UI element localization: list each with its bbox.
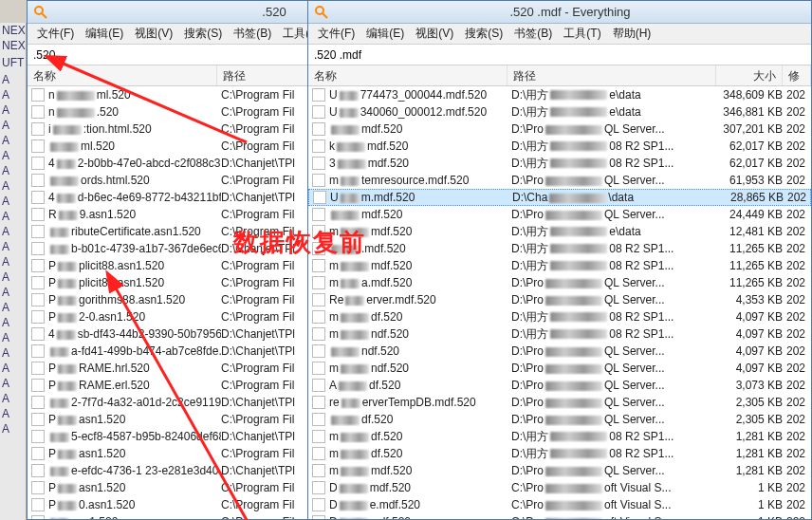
file-row[interactable]: mmdf.520 D:\用方08 R2 SP1... 11,265 KB 202 [308, 257, 811, 274]
file-name: 5-ecf8-4587-b95b-82406def68... [48, 430, 221, 443]
menu-item[interactable]: 视图(V) [129, 24, 178, 44]
search-icon [314, 5, 329, 20]
file-row[interactable]: ndf.520 D:\ProQL Server... 4,097 KB 202 [308, 343, 811, 360]
file-path: D:\用方e\data [511, 224, 720, 240]
file-path: D:\ProQL Server... [511, 276, 720, 289]
file-icon [312, 481, 325, 494]
file-name: P2-0.asn1.520 [48, 310, 221, 324]
file-name: mdf.520 [329, 430, 511, 443]
file-list-right[interactable]: U774473_000044.mdf.520 D:\用方e\data 348,6… [308, 86, 811, 519]
svg-point-0 [35, 7, 43, 14]
file-icon [31, 208, 45, 221]
menu-item[interactable]: 工具(T) [558, 24, 606, 44]
file-row[interactable]: Dmdf.520 C:\Prooft Visual S... 1 KB 202 [308, 479, 811, 496]
file-icon [312, 413, 325, 426]
file-row[interactable]: U340060_000012.mdf.520 D:\用方e\data 346,8… [308, 103, 811, 121]
file-name: kmdf.520 [329, 139, 511, 153]
menu-item[interactable]: 搜索(S) [459, 24, 508, 44]
file-row[interactable]: Um.mdf.520 D:\Cha\data 28,865 KB 202 [308, 189, 811, 206]
menu-item[interactable]: 编辑(E) [80, 24, 129, 44]
col-size[interactable]: 大小 [716, 65, 783, 85]
menu-item[interactable]: 文件(F) [312, 24, 360, 44]
file-row[interactable]: reerverTempDB.mdf.520 D:\ProQL Server...… [308, 394, 811, 411]
file-path: C:\Prooft Visual S... [511, 481, 720, 494]
file-row[interactable]: De.mdf.520 C:\Prooft Visual S... 1 KB 20… [308, 496, 811, 513]
titlebar-right[interactable]: .520 .mdf - Everything [308, 1, 811, 24]
gutter-item: A [0, 345, 26, 361]
file-icon [312, 396, 325, 409]
gutter-item: A [0, 239, 26, 254]
file-row[interactable]: 3mdf.520 D:\用方08 R2 SP1... 62,017 KB 202 [308, 155, 811, 172]
file-modified: 202 [786, 447, 811, 460]
file-name: Dmdf.520 [329, 481, 511, 494]
file-row[interactable]: mdf.520 D:\ProQL Server... 307,201 KB 20… [308, 121, 811, 138]
file-name: De.mdf.520 [329, 498, 511, 511]
file-name: Adf.520 [329, 379, 511, 392]
col-path[interactable]: 路径 [508, 65, 716, 85]
file-modified: 202 [786, 498, 811, 511]
file-name: U774473_000044.mdf.520 [329, 88, 511, 102]
file-path: D:\ProQL Server... [511, 122, 720, 136]
menu-item[interactable]: 编辑(E) [360, 24, 410, 44]
search-input-right[interactable] [312, 46, 807, 64]
file-icon [31, 242, 45, 255]
file-row[interactable]: Reerver.mdf.520 D:\ProQL Server... 4,353… [308, 291, 811, 308]
file-path: D:\用方08 R2 SP1... [511, 156, 720, 172]
file-name: asn1.520 [48, 515, 221, 519]
col-mod[interactable]: 修改 [783, 65, 811, 85]
file-size: 2,305 KB [720, 413, 786, 426]
file-icon [312, 174, 325, 187]
file-size: 4,353 KB [720, 293, 786, 306]
file-modified: 202 [786, 88, 811, 102]
file-icon [31, 344, 45, 358]
file-row[interactable]: mdf.520 D:\用方08 R2 SP1... 1,281 KB 202 [308, 428, 811, 445]
file-name: Pplicit88.asn1.520 [48, 276, 221, 289]
file-icon [31, 191, 45, 204]
file-name: mmdf.520 [329, 225, 511, 238]
file-name: mtemresource.mdf.520 [329, 174, 511, 187]
menu-item[interactable]: 搜索(S) [178, 24, 228, 44]
col-name[interactable]: 名称 [28, 65, 217, 85]
file-row[interactable]: mdf.520 D:\ProQL Server... 24,449 KB 202 [308, 206, 811, 223]
file-name: mndf.520 [329, 327, 511, 341]
file-row[interactable]: df.520 D:\ProQL Server... 2,305 KB 202 [308, 411, 811, 428]
file-name: n.520 [48, 105, 221, 119]
file-path: D:\ProQL Server... [511, 208, 720, 221]
menu-item[interactable]: 书签(B) [508, 24, 558, 44]
file-row[interactable]: mndf.520 D:\ProQL Server... 4,097 KB 202 [308, 360, 811, 377]
gutter-item: A [0, 361, 26, 376]
file-icon [312, 310, 325, 324]
file-icon [31, 276, 45, 289]
file-modified: 202 [786, 242, 811, 255]
file-row[interactable]: mmdf.520 D:\用方e\data 12,481 KB 202 [308, 223, 811, 240]
file-row[interactable]: mtemresource.mdf.520 D:\ProQL Server... … [308, 172, 811, 189]
file-row[interactable]: mndf.520 D:\用方08 R2 SP1... 4,097 KB 202 [308, 325, 811, 343]
file-row[interactable]: mmdf.520 D:\ProQL Server... 1,281 KB 202 [308, 462, 811, 479]
file-row[interactable]: .mdf.520 D:\用方08 R2 SP1... 11,265 KB 202 [308, 240, 811, 257]
gutter-item: A [0, 285, 26, 300]
gutter-item: NEX [0, 23, 26, 38]
file-name: mdf.520 [329, 208, 511, 221]
gutter-item: A [0, 421, 26, 436]
file-row[interactable]: Dmdf.520 C:\Prooft Visual S... 1 KB 202 [308, 513, 811, 519]
file-row[interactable]: kmdf.520 D:\用方08 R2 SP1... 62,017 KB 202 [308, 138, 811, 155]
file-row[interactable]: mdf.520 D:\用方08 R2 SP1... 1,281 KB 202 [308, 445, 811, 462]
menu-item[interactable]: 帮助(H) [607, 24, 657, 44]
menu-item[interactable]: 书签(B) [228, 24, 277, 44]
file-row[interactable]: Adf.520 D:\ProQL Server... 3,073 KB 202 [308, 377, 811, 394]
everything-window-right: .520 .mdf - Everything 文件(F)编辑(E)视图(V)搜索… [307, 0, 812, 520]
file-name: Reerver.mdf.520 [329, 293, 511, 306]
file-modified: 202 [786, 157, 811, 170]
file-row[interactable]: ma.mdf.520 D:\ProQL Server... 11,265 KB … [308, 274, 811, 291]
file-row[interactable]: U774473_000044.mdf.520 D:\用方e\data 348,6… [308, 86, 811, 103]
file-name: Pgorithms88.asn1.520 [48, 293, 221, 306]
file-row[interactable]: mdf.520 D:\用方08 R2 SP1... 4,097 KB 202 [308, 308, 811, 325]
file-modified: 202 [786, 276, 811, 289]
file-modified: 202 [786, 105, 811, 119]
col-name[interactable]: 名称 [308, 65, 508, 85]
column-header-right[interactable]: 名称 路径 大小 修改 [308, 65, 811, 86]
menu-item[interactable]: 文件(F) [31, 24, 80, 44]
menu-item[interactable]: 视图(V) [410, 24, 459, 44]
file-name: PRAME.erl.520 [48, 379, 221, 392]
file-path: D:\用方08 R2 SP1... [511, 429, 720, 445]
